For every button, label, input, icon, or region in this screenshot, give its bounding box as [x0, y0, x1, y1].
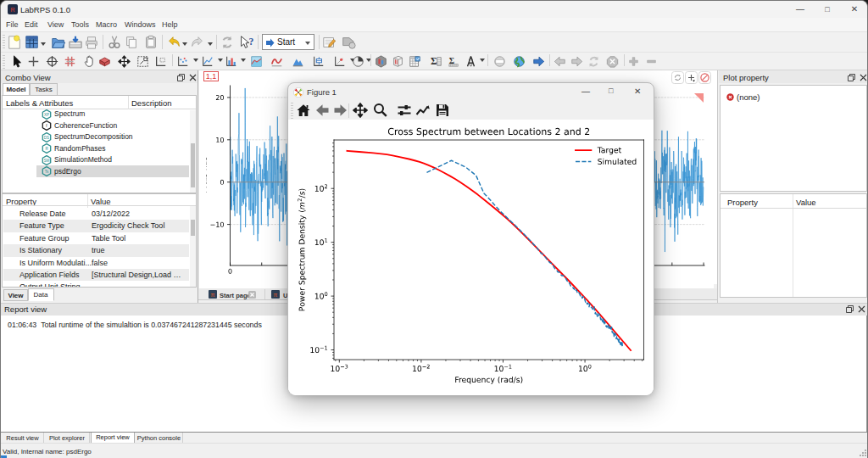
svg-text:Ts: Ts — [45, 170, 49, 174]
svg-text:R: R — [10, 7, 14, 13]
svg-text:π: π — [274, 292, 278, 298]
svg-text:SM: SM — [44, 159, 50, 163]
svg-text:?: ? — [249, 36, 253, 47]
svg-text:DS: DS — [44, 136, 49, 140]
svg-text:Σ: Σ — [431, 56, 437, 66]
svg-text:Σ: Σ — [449, 56, 454, 65]
svg-text:R: R — [45, 147, 48, 151]
svg-text:π: π — [211, 292, 215, 298]
svg-text:f: f — [46, 124, 47, 128]
svg-text:XP: XP — [44, 113, 49, 117]
